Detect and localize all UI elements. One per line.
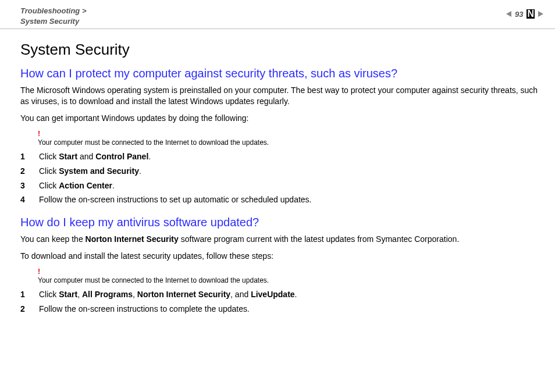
nav-n-icon[interactable]: N	[526, 9, 535, 19]
section-intro-2: You can get important Windows updates by…	[20, 113, 540, 124]
step-item: Follow the on-screen instructions to set…	[20, 194, 540, 205]
page-nav: 93 N	[506, 6, 543, 19]
section-antivirus: You can keep the Norton Internet Securit…	[20, 234, 540, 315]
step-item: Click Start and Control Panel.	[20, 151, 540, 162]
steps-list: Click Start, All Programs, Norton Intern…	[20, 289, 540, 315]
prev-page-icon[interactable]	[506, 11, 511, 17]
page-number: 93	[515, 10, 523, 19]
section-viruses: How can I protect my computer against se…	[20, 67, 540, 205]
section-heading: How can I protect my computer against se…	[20, 67, 540, 80]
next-page-icon[interactable]	[538, 11, 543, 17]
page-content: System Security How can I protect my com…	[0, 29, 555, 315]
page-title: System Security	[20, 41, 540, 59]
step-item: Click System and Security.	[20, 166, 540, 177]
section-intro-1: You can keep the Norton Internet Securit…	[20, 234, 540, 245]
warning-text: Your computer must be connected to the I…	[38, 138, 269, 147]
warning-text: Your computer must be connected to the I…	[38, 276, 269, 284]
steps-list: Click Start and Control Panel. Click Sys…	[20, 151, 540, 206]
warning-icon: !	[38, 268, 540, 276]
warning-block: ! Your computer must be connected to the…	[38, 130, 540, 147]
section-intro-1: The Microsoft Windows operating system i…	[20, 85, 540, 107]
breadcrumb-line-1: Troubleshooting >	[20, 6, 87, 15]
header-bar: Troubleshooting > System Security 93 N	[0, 0, 555, 29]
step-item: Click Start, All Programs, Norton Intern…	[20, 289, 540, 300]
step-item: Follow the on-screen instructions to com…	[20, 304, 540, 315]
step-item: Click Action Center.	[20, 180, 540, 191]
section-heading: How do I keep my antivirus software upda…	[20, 216, 540, 229]
section-intro-2: To download and install the latest secur…	[20, 251, 540, 262]
breadcrumb: Troubleshooting > System Security	[20, 6, 87, 26]
warning-block: ! Your computer must be connected to the…	[38, 268, 540, 284]
warning-icon: !	[38, 130, 540, 138]
breadcrumb-line-2: System Security	[20, 17, 79, 26]
